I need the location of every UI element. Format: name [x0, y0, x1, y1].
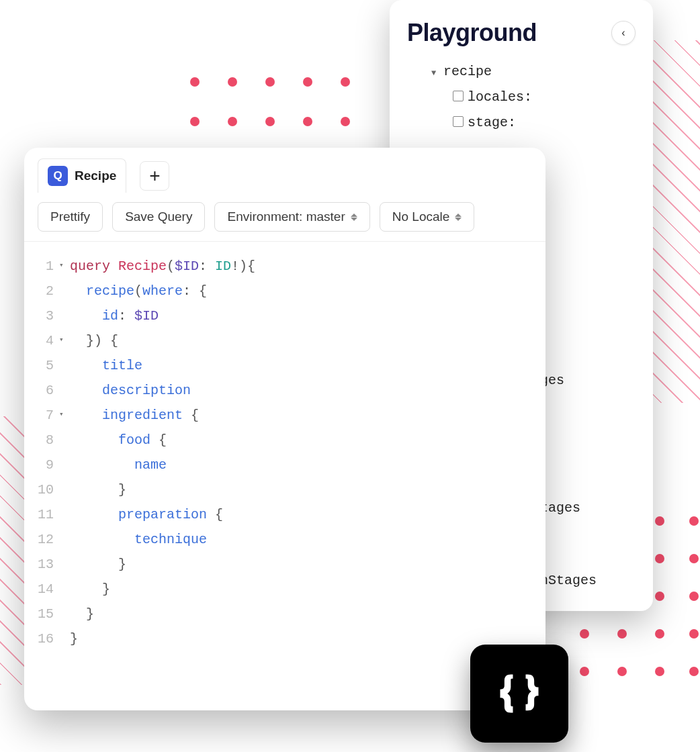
code-line: 16} — [24, 626, 545, 651]
code-line: 13 } — [24, 552, 545, 577]
code-line: 10 } — [24, 477, 545, 502]
code-content: id: $ID — [70, 303, 159, 328]
prettify-button[interactable]: Prettify — [38, 202, 103, 232]
line-number: 1 — [24, 254, 59, 279]
dot-icon — [580, 629, 589, 639]
chevron-left-icon: ‹ — [621, 27, 625, 39]
code-content: preparation { — [70, 502, 223, 527]
code-braces-badge — [470, 645, 568, 743]
collapse-button[interactable]: ‹ — [611, 21, 636, 45]
sort-icon — [455, 214, 462, 221]
dot-icon — [689, 592, 699, 601]
fold-toggle — [59, 626, 70, 651]
dot-icon — [655, 592, 664, 601]
line-number: 2 — [24, 279, 59, 303]
fold-toggle[interactable]: ▾ — [59, 254, 70, 279]
line-number: 3 — [24, 303, 59, 328]
fold-toggle — [59, 303, 70, 328]
dot-icon — [303, 117, 312, 126]
fold-toggle — [59, 527, 70, 552]
dot-icon — [303, 77, 312, 87]
line-number: 15 — [24, 602, 59, 626]
dot-icon — [689, 554, 699, 563]
dot-icon — [655, 516, 664, 526]
line-number: 10 — [24, 477, 59, 502]
plus-icon: + — [149, 165, 160, 187]
new-tab-button[interactable]: + — [140, 161, 169, 191]
dot-icon — [265, 117, 275, 126]
dot-icon — [228, 117, 237, 126]
locale-select[interactable]: No Locale — [380, 202, 475, 232]
query-badge-icon: Q — [48, 166, 68, 186]
dot-icon — [580, 667, 589, 676]
line-number: 8 — [24, 428, 59, 453]
tab-label: Recipe — [75, 169, 116, 183]
fold-toggle — [59, 477, 70, 502]
braces-icon — [494, 668, 545, 719]
editor-tabs: Q Recipe + — [24, 148, 545, 193]
line-number: 7 — [24, 403, 59, 428]
code-line: 11 preparation { — [24, 502, 545, 527]
fold-toggle — [59, 279, 70, 303]
tree-node-stage[interactable]: stage: — [431, 110, 636, 136]
code-content: query Recipe($ID: ID!){ — [70, 254, 255, 279]
line-number: 16 — [24, 626, 59, 651]
code-line: 5 title — [24, 353, 545, 378]
code-content: recipe(where: { — [70, 279, 207, 303]
code-content: title — [70, 353, 142, 378]
line-number: 9 — [24, 453, 59, 477]
dot-icon — [655, 629, 664, 639]
fold-toggle[interactable]: ▾ — [59, 403, 70, 428]
line-number: 6 — [24, 378, 59, 403]
fold-toggle — [59, 502, 70, 527]
line-number: 12 — [24, 527, 59, 552]
save-query-button[interactable]: Save Query — [112, 202, 205, 232]
code-content: } — [70, 552, 126, 577]
dot-icon — [655, 667, 664, 676]
editor-toolbar: Prettify Save Query Environment: master … — [24, 193, 545, 242]
code-editor[interactable]: 1▾query Recipe($ID: ID!){2 recipe(where:… — [24, 242, 545, 665]
dot-icon — [341, 77, 350, 87]
dot-icon — [617, 667, 627, 676]
fold-toggle — [59, 577, 70, 602]
code-content: } — [70, 477, 126, 502]
dot-icon — [228, 77, 237, 87]
tab-recipe[interactable]: Q Recipe — [38, 158, 126, 193]
dot-icon — [689, 667, 699, 676]
code-line: 9 name — [24, 453, 545, 477]
fold-toggle — [59, 602, 70, 626]
query-editor-panel: Q Recipe + Prettify Save Query Environme… — [24, 148, 545, 710]
line-number: 5 — [24, 353, 59, 378]
code-line: 7▾ ingredient { — [24, 403, 545, 428]
code-content: } — [70, 577, 110, 602]
code-line: 12 technique — [24, 527, 545, 552]
code-line: 2 recipe(where: { — [24, 279, 545, 303]
tree-node-locales[interactable]: locales: — [431, 85, 636, 110]
schema-tree: ▼recipe locales: stage: tages nStages At… — [407, 59, 636, 136]
fold-toggle — [59, 353, 70, 378]
code-content: name — [70, 453, 167, 477]
dot-icon — [617, 629, 627, 639]
fold-toggle — [59, 378, 70, 403]
line-number: 4 — [24, 328, 59, 353]
fold-toggle[interactable]: ▾ — [59, 328, 70, 353]
line-number: 13 — [24, 552, 59, 577]
dot-icon — [190, 117, 200, 126]
code-content: technique — [70, 527, 207, 552]
dot-icon — [341, 117, 350, 126]
dot-icon — [190, 77, 200, 87]
code-line: 8 food { — [24, 428, 545, 453]
dot-icon — [265, 77, 275, 87]
code-content: } — [70, 602, 94, 626]
sort-icon — [351, 214, 357, 221]
dot-icon — [655, 554, 664, 563]
environment-select[interactable]: Environment: master — [214, 202, 369, 232]
tree-node-recipe[interactable]: ▼recipe — [431, 59, 636, 85]
fold-toggle — [59, 428, 70, 453]
fold-toggle — [59, 453, 70, 477]
fold-toggle — [59, 552, 70, 577]
line-number: 14 — [24, 577, 59, 602]
dot-icon — [689, 516, 699, 526]
code-line: 3 id: $ID — [24, 303, 545, 328]
code-line: 15 } — [24, 602, 545, 626]
